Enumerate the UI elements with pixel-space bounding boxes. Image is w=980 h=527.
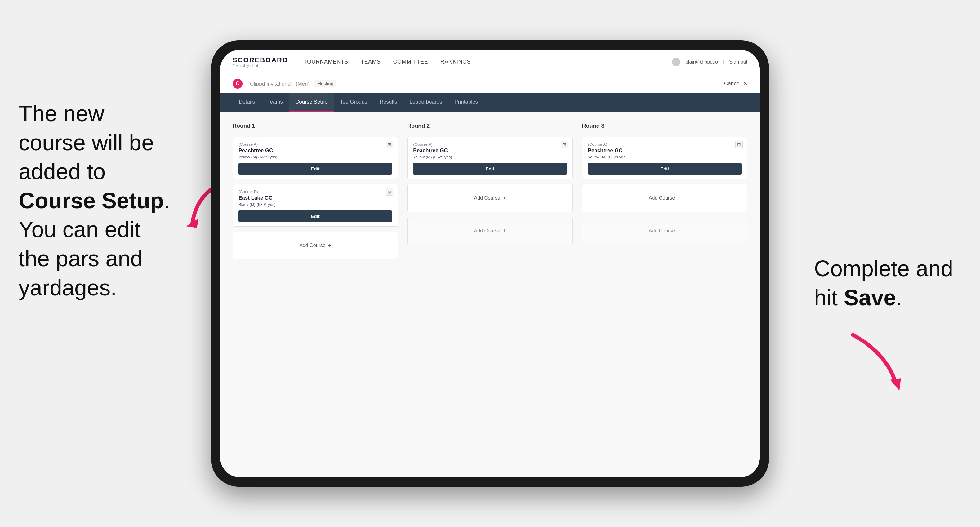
round3-course-a-icon-btn[interactable]: ⊡ (735, 141, 743, 148)
round1-course-a-edit-btn[interactable]: Edit (239, 163, 392, 175)
rounds-grid: Round 1 ⊡ (Course A) Peachtree GC Yellow… (232, 123, 748, 259)
round1-course-b-card: ⊡ (Course B) East Lake GC Black (M) (689… (232, 184, 398, 227)
nav-right: blair@clippd.io | Sign out (672, 58, 748, 66)
brand-subtitle: Powered by clippd (232, 64, 288, 68)
round3-add-course-btn[interactable]: Add Course + (582, 184, 748, 212)
tournament-name: Clippd Invitational (Men) (248, 80, 310, 87)
round2-add-course-btn[interactable]: Add Course + (407, 184, 573, 212)
tab-course-setup[interactable]: Course Setup (289, 93, 334, 112)
course-b-icon-btn[interactable]: ⊡ (386, 188, 393, 195)
course-a-icon-btn[interactable]: ⊡ (386, 141, 393, 148)
round2-add-course-disabled: Add Course + (407, 217, 573, 245)
nav-rankings[interactable]: RANKINGS (441, 57, 471, 66)
round2-course-a-card: ⊡ (Course A) Peachtree GC Yellow (M) (66… (407, 137, 573, 179)
svg-marker-1 (890, 378, 901, 390)
round-3-title: Round 3 (582, 123, 748, 129)
round2-course-a-label: (Course A) (413, 142, 566, 147)
hosting-badge: Hosting (315, 80, 336, 87)
tab-tee-groups[interactable]: Tee Groups (334, 93, 373, 112)
nav-committee[interactable]: COMMITTEE (393, 57, 428, 66)
annotation-left: The new course will be added to Course S… (19, 99, 199, 302)
annotation-right: Complete and hit Save. (814, 254, 963, 312)
tournament-logo: C (232, 79, 242, 89)
round2-course-a-name: Peachtree GC (413, 148, 566, 154)
round3-course-a-details: Yellow (M) (6629 yds) (588, 155, 741, 159)
round-1-title: Round 1 (232, 123, 398, 129)
nav-tournaments[interactable]: TOURNAMENTS (304, 57, 348, 66)
round2-course-a-icon-btn[interactable]: ⊡ (561, 141, 568, 148)
tab-leaderboards[interactable]: Leaderboards (404, 93, 449, 112)
sub-nav: Details Teams Course Setup Tee Groups Re… (220, 93, 760, 112)
round1-add-course-btn[interactable]: Add Course + (232, 232, 398, 259)
round-1-column: Round 1 ⊡ (Course A) Peachtree GC Yellow… (232, 123, 398, 259)
round1-course-a-label: (Course A) (239, 142, 392, 147)
close-icon: ✕ (743, 80, 748, 87)
round-2-column: Round 2 ⊡ (Course A) Peachtree GC Yellow… (407, 123, 573, 259)
add-plus-icon-r3d: + (677, 228, 681, 234)
cancel-button[interactable]: Cancel ✕ (724, 80, 748, 87)
round1-course-a-details: Yellow (M) (6629 yds) (239, 155, 392, 159)
round1-course-a-card: ⊡ (Course A) Peachtree GC Yellow (M) (66… (232, 137, 398, 179)
add-plus-icon: + (328, 243, 331, 249)
round-2-title: Round 2 (407, 123, 573, 129)
round3-course-a-label: (Course A) (588, 142, 741, 147)
nav-teams[interactable]: TEAMS (361, 57, 381, 66)
user-avatar (672, 58, 681, 66)
user-email: blair@clippd.io (686, 59, 718, 65)
round1-course-b-edit-btn[interactable]: Edit (239, 211, 392, 222)
tournament-bar: C Clippd Invitational (Men) Hosting Canc… (220, 75, 760, 93)
add-plus-icon-r3: + (677, 195, 681, 202)
round2-course-a-details: Yellow (M) (6629 yds) (413, 155, 566, 159)
round3-course-a-edit-btn[interactable]: Edit (588, 163, 741, 175)
top-nav: SCOREBOARD Powered by clippd TOURNAMENTS… (220, 49, 760, 75)
round2-course-a-edit-btn[interactable]: Edit (413, 163, 566, 175)
nav-links: TOURNAMENTS TEAMS COMMITTEE RANKINGS (304, 57, 672, 66)
round3-add-course-disabled: Add Course + (582, 217, 748, 245)
tab-teams[interactable]: Teams (261, 93, 289, 112)
tab-printables[interactable]: Printables (449, 93, 484, 112)
brand-title: SCOREBOARD (232, 56, 288, 64)
tab-results[interactable]: Results (373, 93, 404, 112)
round3-course-a-card: ⊡ (Course A) Peachtree GC Yellow (M) (66… (582, 137, 748, 179)
add-plus-icon-r2: + (503, 195, 506, 202)
round3-course-a-name: Peachtree GC (588, 148, 741, 154)
sign-out-link[interactable]: Sign out (729, 59, 748, 65)
round-3-column: Round 3 ⊡ (Course A) Peachtree GC Yellow… (582, 123, 748, 259)
tablet-device: SCOREBOARD Powered by clippd TOURNAMENTS… (211, 40, 769, 487)
arrow-right-icon (840, 329, 909, 397)
add-plus-icon-r2d: + (503, 228, 506, 234)
round1-course-b-label: (Course B) (239, 189, 392, 194)
round1-course-a-name: Peachtree GC (239, 148, 392, 154)
tab-details[interactable]: Details (232, 93, 261, 112)
round1-course-b-details: Black (M) (6891 yds) (239, 202, 392, 207)
main-content: Round 1 ⊡ (Course A) Peachtree GC Yellow… (220, 112, 760, 478)
round1-course-b-name: East Lake GC (239, 195, 392, 201)
tablet-screen: SCOREBOARD Powered by clippd TOURNAMENTS… (220, 49, 760, 478)
brand: SCOREBOARD Powered by clippd (232, 56, 288, 68)
